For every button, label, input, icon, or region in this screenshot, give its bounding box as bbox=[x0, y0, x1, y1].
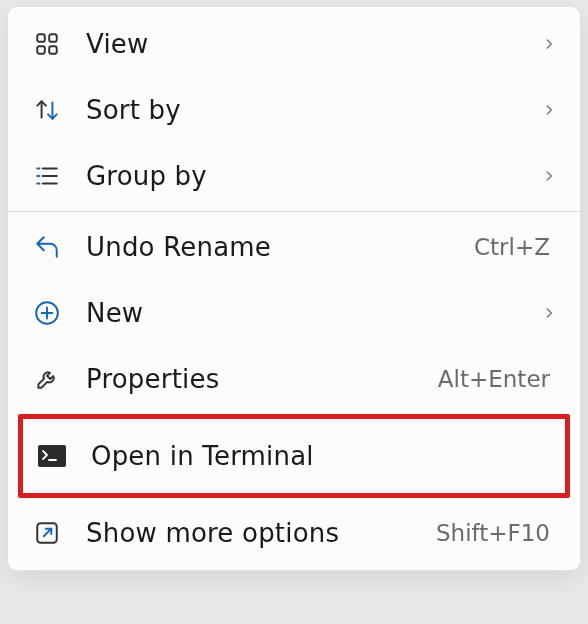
menu-item-shortcut: Ctrl+Z bbox=[474, 234, 550, 260]
menu-item-undo-rename[interactable]: Undo Rename Ctrl+Z bbox=[8, 214, 580, 280]
chevron-right-icon bbox=[540, 167, 558, 185]
svg-rect-0 bbox=[37, 34, 45, 42]
menu-item-new[interactable]: New bbox=[8, 280, 580, 346]
chevron-right-icon bbox=[540, 35, 558, 53]
menu-item-label: New bbox=[86, 298, 540, 328]
menu-item-label: Properties bbox=[86, 364, 438, 394]
menu-item-label: Show more options bbox=[86, 518, 436, 548]
svg-rect-3 bbox=[49, 46, 57, 54]
grid-icon bbox=[32, 29, 62, 59]
terminal-icon bbox=[37, 441, 67, 471]
wrench-icon bbox=[32, 364, 62, 394]
plus-circle-icon bbox=[32, 298, 62, 328]
context-menu: View Sort by bbox=[7, 6, 581, 571]
menu-item-shortcut: Shift+F10 bbox=[436, 520, 550, 546]
menu-item-sort-by[interactable]: Sort by bbox=[8, 77, 580, 143]
menu-item-label: Open in Terminal bbox=[91, 441, 553, 471]
svg-rect-2 bbox=[37, 46, 45, 54]
chevron-right-icon bbox=[540, 101, 558, 119]
menu-item-label: Sort by bbox=[86, 95, 540, 125]
menu-item-view[interactable]: View bbox=[8, 11, 580, 77]
list-group-icon bbox=[32, 161, 62, 191]
menu-divider bbox=[8, 211, 580, 212]
svg-rect-15 bbox=[38, 445, 66, 467]
menu-item-label: View bbox=[86, 29, 540, 59]
chevron-right-icon bbox=[540, 304, 558, 322]
expand-icon bbox=[32, 518, 62, 548]
svg-rect-1 bbox=[49, 34, 57, 42]
menu-item-group-by[interactable]: Group by bbox=[8, 143, 580, 209]
sort-icon bbox=[32, 95, 62, 125]
menu-item-open-terminal[interactable]: Open in Terminal bbox=[23, 419, 565, 493]
svg-line-18 bbox=[44, 529, 52, 537]
menu-item-label: Undo Rename bbox=[86, 232, 474, 262]
highlight-box: Open in Terminal bbox=[18, 414, 570, 498]
menu-item-shortcut: Alt+Enter bbox=[438, 366, 550, 392]
undo-icon bbox=[32, 232, 62, 262]
menu-item-properties[interactable]: Properties Alt+Enter bbox=[8, 346, 580, 412]
menu-item-show-more-options[interactable]: Show more options Shift+F10 bbox=[8, 500, 580, 566]
menu-item-label: Group by bbox=[86, 161, 540, 191]
